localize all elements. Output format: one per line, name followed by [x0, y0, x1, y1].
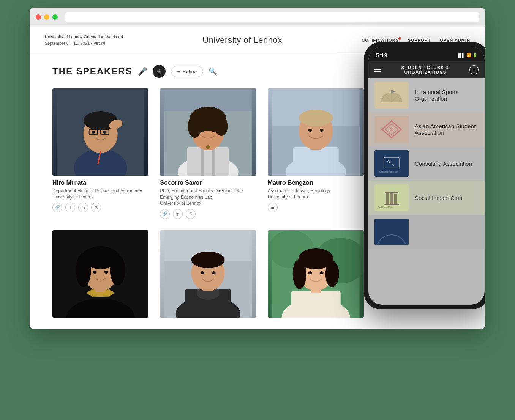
svg-rect-92: [384, 204, 399, 205]
mic-icon: 🎤: [138, 67, 147, 76]
club-logo-consulting: % c Consulting Association: [374, 150, 409, 177]
club-item-intramural[interactable]: Intramural Sports Organization: [368, 78, 485, 112]
svg-point-45: [104, 271, 108, 274]
svg-rect-88: [386, 193, 389, 204]
open-admin-link[interactable]: OPEN ADMIN: [440, 38, 470, 42]
svg-text:c: c: [392, 162, 394, 167]
speaker-name-hiro: Hiro Murata: [52, 179, 148, 186]
phone-title: STUDENT CLUBS &ORGANIZATIONS: [381, 65, 469, 74]
speaker-photo-mauro: [268, 88, 364, 176]
club-logo-asian: [374, 116, 409, 143]
social-link-icon[interactable]: 🔗: [52, 203, 62, 212]
notifications-wrap[interactable]: NOTIFICATIONS: [362, 38, 399, 42]
speaker-photo-5: [160, 230, 256, 318]
svg-rect-72: [391, 90, 392, 94]
svg-text:Social Impact Club: Social Impact Club: [378, 206, 393, 208]
club-logo-intramural: [374, 82, 409, 109]
status-icons: ▐▌▌ 📶 🔋: [457, 53, 477, 57]
phone-time: 5:19: [376, 52, 387, 58]
svg-rect-15: [187, 147, 229, 176]
social-linkedin-icon[interactable]: in: [78, 203, 88, 212]
event-info: University of Lennox Orientation Weekend…: [45, 34, 123, 46]
svg-rect-89: [390, 192, 393, 204]
club-logo-social: Social Impact Club: [374, 184, 409, 211]
svg-point-25: [206, 145, 210, 149]
speaker-org-socorro: University of Lennox: [160, 201, 256, 206]
svg-rect-29: [293, 147, 338, 176]
add-speaker-button[interactable]: +: [153, 65, 166, 78]
speaker-card-4: [52, 230, 148, 318]
svg-point-21: [188, 115, 202, 138]
club-item-social[interactable]: Social Impact Club Social Impact Club: [368, 181, 485, 215]
main-content: THE SPEAKERS 🎤 + ≡ Refine 🔍: [30, 53, 485, 329]
speaker-photo-6: [268, 230, 364, 318]
minimize-dot[interactable]: [44, 14, 49, 20]
club-logo-5: [374, 219, 409, 245]
club-item-consulting[interactable]: % c Consulting Association Consulting As…: [368, 146, 485, 181]
speaker-socials-hiro: 🔗 f in 𝕏: [52, 203, 148, 212]
phone-notch: [404, 47, 449, 56]
refine-button[interactable]: ≡ Refine: [171, 66, 203, 77]
svg-point-79: [400, 129, 402, 130]
speaker-title-mauro: Associate Professor, Sociology: [268, 188, 364, 194]
address-bar[interactable]: [65, 12, 479, 22]
svg-point-53: [191, 252, 225, 268]
club-item-asian[interactable]: Asian American Student Association: [368, 112, 485, 146]
maximize-dot[interactable]: [52, 14, 58, 20]
svg-point-81: [381, 129, 383, 130]
site-title: University of Lennox: [202, 35, 282, 45]
speaker-name-socorro: Socorro Savor: [160, 179, 256, 186]
event-name: University of Lennox Orientation Weekend: [45, 34, 123, 40]
phone-app-header: STUDENT CLUBS &ORGANIZATIONS +: [368, 61, 485, 78]
svg-point-42: [76, 253, 91, 287]
svg-point-78: [391, 120, 392, 122]
speaker-photo-socorro: [160, 88, 256, 176]
social-linkedin-icon[interactable]: in: [268, 203, 278, 212]
battery-icon: 🔋: [472, 53, 477, 57]
svg-point-67: [319, 271, 323, 274]
svg-rect-91: [385, 192, 398, 193]
svg-rect-94: [376, 220, 407, 244]
club-name-intramural: Intramural Sports Organization: [415, 89, 479, 102]
svg-point-65: [325, 261, 339, 287]
svg-point-24: [212, 129, 216, 132]
social-twitter-icon[interactable]: 𝕏: [186, 209, 196, 219]
svg-point-43: [110, 255, 125, 285]
svg-point-22: [215, 117, 228, 136]
social-twitter-icon[interactable]: 𝕏: [91, 203, 101, 212]
notification-badge: [398, 37, 401, 40]
phone-screen: 5:19 ▐▌▌ 📶 🔋: [368, 47, 485, 305]
close-dot[interactable]: [36, 14, 41, 20]
speaker-card-socorro: Socorro Savor PhD, Founder and Faculty D…: [160, 88, 256, 219]
club-item-5[interactable]: [368, 215, 485, 249]
speaker-socials-mauro: in: [268, 203, 364, 212]
browser-titlebar: [30, 8, 485, 27]
social-link-icon[interactable]: 🔗: [160, 209, 170, 219]
svg-rect-60: [291, 291, 340, 318]
club-name-asian: Asian American Student Association: [415, 123, 479, 136]
speaker-name-mauro: Mauro Bengzon: [268, 179, 364, 186]
signal-icon: ▐▌▌: [457, 53, 465, 57]
speaker-card-hiro: Hiro Murata Department Head of Physics a…: [52, 88, 148, 219]
speakers-grid: Hiro Murata Department Head of Physics a…: [52, 88, 364, 318]
speaker-photo-4: [52, 230, 148, 318]
social-facebook-icon[interactable]: f: [65, 203, 75, 212]
support-link[interactable]: SUPPORT: [408, 38, 431, 42]
speaker-card-mauro: Mauro Bengzon Associate Professor, Socio…: [268, 88, 364, 219]
svg-point-64: [292, 259, 306, 289]
speaker-socials-socorro: 🔗 in 𝕏: [160, 209, 256, 219]
refine-icon: ≡: [177, 69, 180, 74]
speaker-card-5: [160, 230, 256, 318]
speaker-title-socorro: PhD, Founder and Faculty Director of the…: [160, 188, 256, 201]
svg-point-80: [391, 137, 392, 138]
club-name-consulting: Consulting Association: [415, 160, 472, 167]
add-club-button[interactable]: +: [469, 65, 479, 74]
svg-point-32: [299, 110, 333, 126]
svg-rect-90: [394, 194, 397, 204]
svg-point-55: [212, 271, 216, 274]
nav-actions: NOTIFICATIONS SUPPORT OPEN ADMIN: [362, 38, 470, 42]
notifications-label[interactable]: NOTIFICATIONS: [362, 38, 399, 42]
menu-icon[interactable]: [374, 68, 381, 72]
social-linkedin-icon[interactable]: in: [173, 209, 183, 219]
search-button[interactable]: 🔍: [209, 67, 217, 76]
